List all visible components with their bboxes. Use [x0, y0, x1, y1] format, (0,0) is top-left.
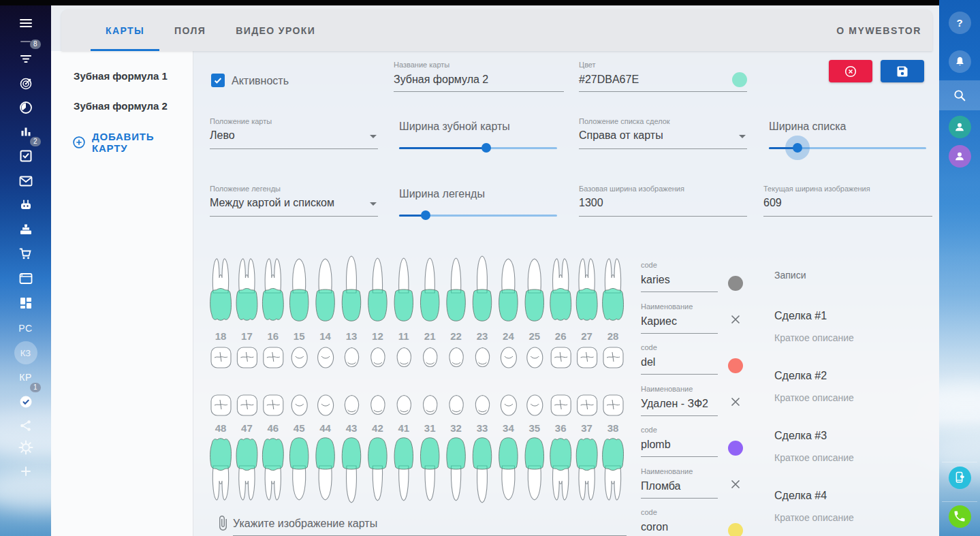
- delete-legend-item-icon[interactable]: [729, 313, 742, 326]
- card-position-underline: [210, 148, 378, 149]
- record-title[interactable]: Сделка #3: [774, 430, 827, 442]
- menu-icon[interactable]: [0, 12, 51, 35]
- chevron-down-icon[interactable]: [370, 202, 377, 206]
- svg-text:33: 33: [477, 422, 488, 434]
- tab-fields[interactable]: ПОЛЯ: [159, 10, 221, 51]
- svg-text:16: 16: [267, 330, 279, 342]
- legend-code-input[interactable]: plomb: [641, 439, 671, 451]
- legend-code-input[interactable]: coron: [641, 521, 668, 533]
- mobile-cloud-icon[interactable]: [939, 464, 980, 491]
- card-image-input[interactable]: Укажите изображение карты: [233, 518, 377, 530]
- bot-icon[interactable]: [0, 193, 51, 217]
- legend-color-swatch[interactable]: [728, 276, 743, 291]
- delete-legend-item-icon[interactable]: [729, 478, 742, 490]
- svg-text:28: 28: [607, 330, 619, 342]
- svg-text:43: 43: [346, 422, 358, 434]
- dashboard-icon[interactable]: [0, 291, 51, 315]
- card-name-input[interactable]: Зубная формула 2: [394, 74, 488, 86]
- phone-icon[interactable]: [939, 503, 980, 530]
- legend-code-label: code: [641, 508, 657, 516]
- record-subtitle: Краткое описание: [774, 332, 854, 343]
- card-item-formula-2[interactable]: Зубная формула 2: [74, 100, 168, 112]
- svg-text:45: 45: [294, 422, 305, 434]
- legend-color-swatch[interactable]: [728, 441, 743, 456]
- rail-label-PC[interactable]: PC: [0, 317, 51, 340]
- svg-text:26: 26: [555, 330, 567, 342]
- card-settings-form: Активность Название карты Зубная формула…: [194, 51, 932, 536]
- user-icon[interactable]: [939, 142, 980, 170]
- right-utility-rail: ?: [939, 0, 980, 536]
- active-checkbox[interactable]: [211, 74, 225, 87]
- base-image-width-input[interactable]: 1300: [579, 197, 603, 209]
- rail-divider: [942, 501, 977, 502]
- record-title[interactable]: Сделка #1: [774, 310, 827, 322]
- tooth-width-slider[interactable]: [399, 147, 557, 149]
- color-input[interactable]: #27DBA67E: [579, 74, 639, 86]
- svg-text:23: 23: [477, 330, 488, 342]
- legend-code-underline: [641, 374, 718, 375]
- legend-position-underline: [210, 216, 378, 217]
- card-name-label: Название карты: [394, 61, 449, 69]
- bar-chart-icon[interactable]: [0, 120, 51, 143]
- svg-text:17: 17: [241, 330, 253, 342]
- legend-name-input[interactable]: Кариес: [641, 315, 677, 328]
- legend-code-label: code: [641, 343, 657, 351]
- rail-label-КР[interactable]: КР: [0, 366, 51, 389]
- svg-text:42: 42: [372, 422, 383, 434]
- slider-thumb[interactable]: [421, 210, 430, 220]
- legend-color-swatch[interactable]: [728, 358, 743, 373]
- avatar[interactable]: КЗ: [14, 341, 37, 364]
- slider-thumb[interactable]: [481, 143, 491, 153]
- mail-icon[interactable]: [0, 170, 51, 193]
- tab-cards[interactable]: КАРТЫ: [91, 10, 159, 51]
- search-icon[interactable]: [939, 82, 980, 109]
- legend-code-label: code: [641, 261, 657, 269]
- tab-video-lessons[interactable]: ВИДЕО УРОКИ: [221, 10, 330, 51]
- about-mywebstor-link[interactable]: О MYWEBSTOR: [836, 25, 921, 36]
- cart-icon[interactable]: [0, 242, 51, 266]
- legend-width-slider[interactable]: [399, 215, 557, 217]
- chevron-down-icon[interactable]: [370, 135, 377, 138]
- help-icon[interactable]: ?: [939, 9, 980, 36]
- svg-text:13: 13: [346, 330, 358, 342]
- legend-name-input[interactable]: Удален - ЗФ2: [641, 398, 708, 410]
- left-nav-rail: 82PCКЗКР1: [0, 0, 51, 536]
- rail-label-КЗ[interactable]: КЗ: [0, 341, 51, 364]
- gear-icon[interactable]: [0, 436, 51, 459]
- svg-text:25: 25: [528, 330, 540, 342]
- add-card-button[interactable]: ДОБАВИТЬ КАРТУ: [72, 131, 193, 154]
- delete-legend-item-icon[interactable]: [729, 396, 742, 408]
- dental-chart[interactable]: 1817161514131211212223242526272848474645…: [208, 253, 627, 504]
- legend-code-underline: [641, 456, 718, 457]
- record-subtitle: Краткое описание: [774, 392, 854, 403]
- svg-text:34: 34: [503, 422, 514, 434]
- legend-color-swatch[interactable]: [728, 523, 743, 536]
- browser-icon[interactable]: [0, 267, 51, 290]
- tooth-width-label: Ширина зубной карты: [399, 121, 510, 133]
- record-title[interactable]: Сделка #4: [774, 490, 827, 502]
- legend-code-input[interactable]: del: [641, 356, 655, 368]
- plus-icon[interactable]: [0, 460, 51, 483]
- user-icon[interactable]: [939, 113, 980, 140]
- svg-text:27: 27: [581, 330, 592, 342]
- badge: 2: [30, 137, 41, 146]
- bell-icon[interactable]: [939, 48, 980, 75]
- legend-name-input[interactable]: Пломба: [641, 480, 680, 492]
- filter-icon[interactable]: 8: [0, 47, 51, 70]
- clock-icon[interactable]: [0, 96, 51, 119]
- task-check-icon[interactable]: 2: [0, 144, 51, 168]
- card-item-formula-1[interactable]: Зубная формула 1: [74, 70, 168, 82]
- target-icon[interactable]: [0, 72, 51, 95]
- paperclip-icon[interactable]: [215, 515, 231, 531]
- records-panel: ЗаписиСделка #1Краткое описаниеСделка #2…: [774, 51, 932, 536]
- card-position-select[interactable]: Лево: [210, 129, 235, 142]
- record-title[interactable]: Сделка #2: [774, 370, 827, 382]
- share-icon[interactable]: [0, 414, 51, 437]
- legend-position-select[interactable]: Между картой и списком: [210, 197, 334, 209]
- svg-text:35: 35: [528, 422, 540, 434]
- check-circle-icon[interactable]: 1: [0, 390, 51, 413]
- legend-name-label: Наименование: [641, 302, 693, 311]
- cash-register-icon[interactable]: [0, 218, 51, 241]
- svg-text:21: 21: [424, 330, 436, 342]
- legend-code-input[interactable]: karies: [641, 274, 670, 286]
